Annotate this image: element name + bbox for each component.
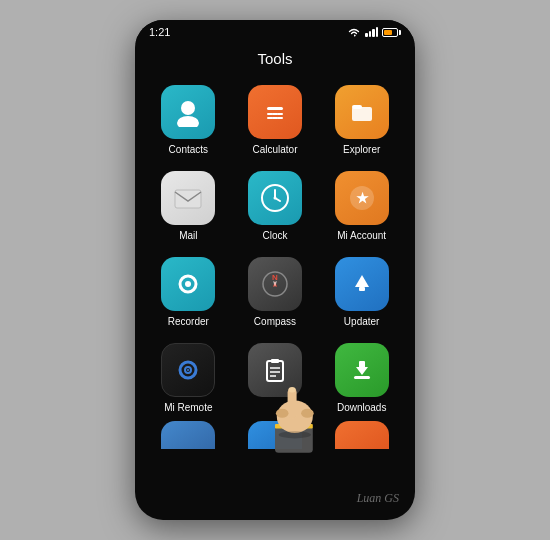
bottom-row-partial [135, 421, 415, 459]
svg-text:★: ★ [355, 190, 368, 206]
svg-rect-25 [359, 287, 365, 291]
svg-point-15 [273, 197, 276, 200]
svg-point-19 [185, 281, 191, 287]
app-contacts[interactable]: Contacts [145, 77, 232, 163]
recorder-label: Recorder [168, 316, 209, 327]
app-clipboard[interactable] [232, 335, 319, 421]
mail-label: Mail [179, 230, 197, 241]
svg-rect-35 [359, 361, 365, 369]
miaccount-icon: ★ [335, 171, 389, 225]
app-recorder[interactable]: Recorder [145, 249, 232, 335]
calculator-icon [248, 85, 302, 139]
svg-point-1 [177, 116, 199, 127]
partial-icon-1 [145, 421, 232, 459]
clipboard-icon [248, 343, 302, 397]
miremote-icon [161, 343, 215, 397]
miaccount-label: Mi Account [337, 230, 386, 241]
status-bar: 1:21 [135, 20, 415, 42]
updater-icon [335, 257, 389, 311]
phone-frame: 1:21 Tools [135, 20, 415, 520]
app-downloads[interactable]: Downloads [318, 335, 405, 421]
contacts-icon [161, 85, 215, 139]
svg-point-0 [181, 101, 195, 115]
svg-rect-5 [277, 113, 283, 115]
app-compass[interactable]: N Compass [232, 249, 319, 335]
mail-icon [161, 171, 215, 225]
svg-rect-9 [352, 107, 372, 121]
svg-rect-29 [267, 361, 283, 381]
svg-text:N: N [272, 273, 278, 282]
svg-rect-2 [267, 107, 283, 110]
compass-label: Compass [254, 316, 296, 327]
recorder-icon [161, 257, 215, 311]
battery-icon [382, 28, 401, 37]
svg-rect-10 [352, 105, 362, 109]
app-miremote[interactable]: Mi Remote [145, 335, 232, 421]
app-miaccount[interactable]: ★ Mi Account [318, 163, 405, 249]
updater-label: Updater [344, 316, 380, 327]
svg-point-28 [187, 369, 189, 371]
svg-rect-30 [271, 359, 279, 363]
compass-icon: N [248, 257, 302, 311]
clock-label: Clock [262, 230, 287, 241]
wifi-icon [347, 27, 361, 37]
apps-grid: Contacts Calculator [135, 77, 415, 421]
explorer-icon [335, 85, 389, 139]
downloads-icon [335, 343, 389, 397]
status-icons [347, 27, 401, 37]
app-explorer[interactable]: Explorer [318, 77, 405, 163]
status-time: 1:21 [149, 26, 170, 38]
watermark: Luan GS [357, 491, 399, 506]
calculator-label: Calculator [252, 144, 297, 155]
app-mail[interactable]: Mail [145, 163, 232, 249]
signal-icon [365, 27, 378, 37]
app-clock[interactable]: Clock [232, 163, 319, 249]
svg-marker-24 [355, 275, 369, 287]
explorer-label: Explorer [343, 144, 380, 155]
app-updater[interactable]: Updater [318, 249, 405, 335]
contacts-label: Contacts [169, 144, 208, 155]
partial-icon-3 [318, 421, 405, 459]
svg-rect-36 [354, 376, 370, 379]
clock-app-icon [248, 171, 302, 225]
app-calculator[interactable]: Calculator [232, 77, 319, 163]
miremote-label: Mi Remote [164, 402, 212, 413]
svg-rect-11 [175, 190, 201, 208]
page-title: Tools [135, 42, 415, 77]
downloads-label: Downloads [337, 402, 386, 413]
partial-icon-2 [232, 421, 319, 459]
svg-rect-8 [277, 117, 283, 119]
